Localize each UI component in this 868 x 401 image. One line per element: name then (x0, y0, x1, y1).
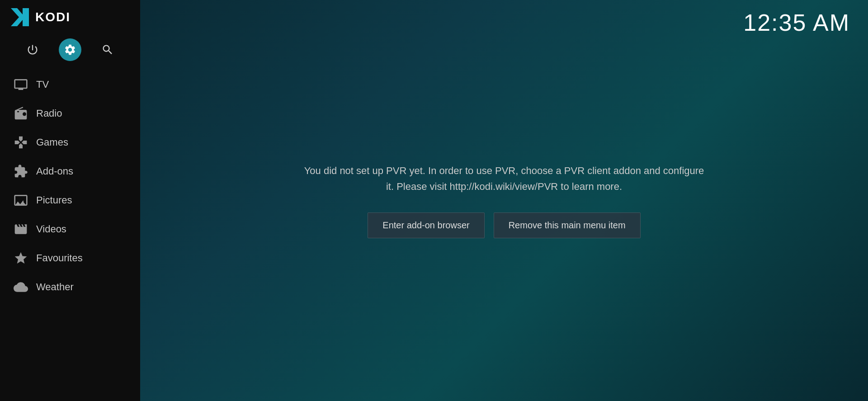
favourites-icon (14, 251, 28, 265)
sidebar-nav: TV Radio Games Add-ons (0, 70, 140, 401)
search-icon (101, 43, 114, 56)
sidebar-item-favourites[interactable]: Favourites (0, 244, 140, 273)
sidebar-item-radio[interactable]: Radio (0, 99, 140, 128)
pictures-icon (14, 193, 28, 208)
sidebar-item-favourites-label: Favourites (36, 252, 83, 264)
pvr-content-area: You did not set up PVR yet. In order to … (140, 0, 868, 401)
addons-icon (14, 164, 28, 179)
sidebar-item-addons-label: Add-ons (36, 165, 73, 177)
main-content: 12:35 AM You did not set up PVR yet. In … (140, 0, 868, 401)
sidebar-item-tv[interactable]: TV (0, 70, 140, 99)
svg-marker-0 (11, 8, 29, 26)
time-display: 12:35 AM (743, 9, 850, 36)
sidebar-controls (0, 34, 140, 66)
sidebar-item-games-label: Games (36, 137, 68, 148)
power-icon (26, 43, 39, 56)
sidebar-item-pictures[interactable]: Pictures (0, 186, 140, 215)
kodi-logo: KODI (9, 6, 71, 28)
sidebar-item-videos[interactable]: Videos (0, 215, 140, 244)
sidebar-item-weather-label: Weather (36, 281, 74, 293)
kodi-logo-text: KODI (35, 10, 71, 24)
sidebar-item-tv-label: TV (36, 79, 49, 90)
remove-menu-item-button[interactable]: Remove this main menu item (494, 212, 641, 238)
pvr-button-row: Enter add-on browser Remove this main me… (368, 212, 640, 238)
power-button[interactable] (21, 38, 44, 61)
sidebar-item-videos-label: Videos (36, 223, 66, 235)
kodi-logo-icon (9, 6, 31, 28)
tv-icon (14, 77, 28, 92)
enter-addon-browser-button[interactable]: Enter add-on browser (368, 212, 484, 238)
settings-button[interactable] (59, 38, 81, 61)
sidebar-item-addons[interactable]: Add-ons (0, 157, 140, 186)
settings-icon (64, 43, 76, 56)
videos-icon (14, 222, 28, 236)
sidebar-item-weather[interactable]: Weather (0, 273, 140, 302)
sidebar-item-radio-label: Radio (36, 108, 62, 119)
weather-icon (14, 280, 28, 294)
pvr-message: You did not set up PVR yet. In order to … (301, 163, 708, 194)
games-icon (14, 135, 28, 150)
sidebar-item-games[interactable]: Games (0, 128, 140, 157)
radio-icon (14, 106, 28, 121)
sidebar: KODI (0, 0, 140, 401)
sidebar-item-pictures-label: Pictures (36, 194, 72, 206)
search-button[interactable] (96, 38, 119, 61)
sidebar-header: KODI (0, 0, 140, 34)
